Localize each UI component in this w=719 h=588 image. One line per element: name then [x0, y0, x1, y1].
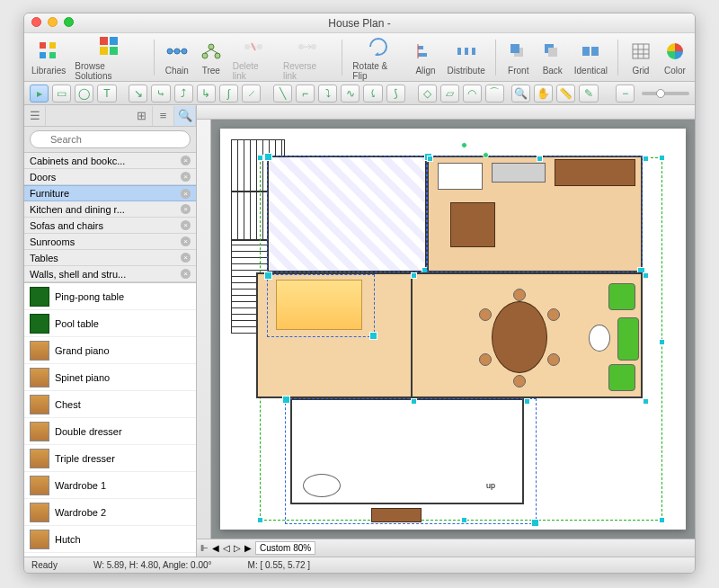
- library-item[interactable]: Double dresser: [24, 418, 196, 445]
- eyedropper-tool[interactable]: ✎: [579, 85, 598, 102]
- table-dining[interactable]: [492, 301, 547, 373]
- chair[interactable]: [547, 353, 560, 366]
- ellipse-tool[interactable]: ◯: [75, 85, 93, 102]
- object-selection[interactable]: [427, 156, 643, 272]
- line-tool-1[interactable]: ╲: [273, 85, 292, 102]
- object-selection[interactable]: [267, 274, 375, 337]
- close-icon[interactable]: ×: [181, 204, 191, 214]
- sofa[interactable]: [617, 317, 639, 361]
- category-item[interactable]: Doors×: [24, 169, 196, 185]
- rect-tool[interactable]: ▭: [52, 85, 71, 102]
- library-item[interactable]: Wardrobe 2: [24, 499, 196, 526]
- zoom-slider[interactable]: [642, 92, 689, 95]
- sidebar-tab-grid[interactable]: ⊞: [131, 106, 153, 126]
- close-icon[interactable]: ×: [181, 172, 191, 182]
- zoom-tool[interactable]: 🔍: [511, 85, 530, 102]
- color-button[interactable]: Color: [661, 39, 689, 76]
- draw-tool-2[interactable]: ▱: [440, 85, 459, 102]
- category-item[interactable]: Tables×: [24, 250, 196, 266]
- zoom-window-button[interactable]: [64, 17, 74, 27]
- armchair[interactable]: [608, 283, 635, 310]
- scroll-button[interactable]: ⊩: [200, 543, 209, 553]
- coffee-table[interactable]: [589, 325, 610, 352]
- libraries-button[interactable]: Libraries: [30, 39, 67, 76]
- drawing-page[interactable]: up: [220, 129, 686, 530]
- object-selection[interactable]: [267, 156, 427, 272]
- canvas-viewport[interactable]: up: [211, 120, 695, 539]
- close-icon[interactable]: ×: [181, 236, 191, 246]
- line-tool-2[interactable]: ⌐: [296, 85, 315, 102]
- close-icon[interactable]: ×: [181, 220, 191, 230]
- category-item[interactable]: Walls, shell and stru...×: [24, 266, 196, 282]
- chain-button[interactable]: Chain: [163, 39, 191, 76]
- category-item-selected[interactable]: Furniture×: [24, 185, 196, 201]
- connector-tool-6[interactable]: ⟋: [242, 85, 261, 102]
- zoom-out-button[interactable]: −: [616, 85, 635, 102]
- floor-plan[interactable]: up: [231, 139, 675, 519]
- page-last-button[interactable]: ▶: [244, 543, 252, 553]
- horizontal-ruler[interactable]: [197, 105, 695, 120]
- library-item[interactable]: Hutch: [24, 526, 196, 553]
- sidebar-tab-outline[interactable]: ☰: [24, 106, 46, 126]
- connector-tool-3[interactable]: ⤴: [174, 85, 193, 102]
- measure-tool[interactable]: 📏: [556, 85, 575, 102]
- close-icon[interactable]: ×: [181, 253, 191, 263]
- grand-piano-icon: [30, 341, 49, 361]
- close-window-button[interactable]: [31, 17, 41, 27]
- library-item[interactable]: Grand piano: [24, 337, 196, 364]
- grid-button[interactable]: Grid: [626, 39, 655, 76]
- titlebar[interactable]: House Plan -: [24, 13, 695, 33]
- close-icon[interactable]: ×: [181, 269, 191, 279]
- chair[interactable]: [513, 375, 526, 388]
- text-tool[interactable]: T: [97, 85, 116, 102]
- chair[interactable]: [479, 353, 492, 366]
- draw-tool-3[interactable]: ◠: [463, 85, 482, 102]
- chair[interactable]: [513, 289, 526, 301]
- page-first-button[interactable]: ◀: [212, 543, 219, 553]
- library-item[interactable]: Wardrobe 1: [24, 472, 196, 499]
- rotate-flip-button[interactable]: Rotate & Flip: [351, 34, 405, 81]
- connector-tool-5[interactable]: ∫: [219, 85, 238, 102]
- library-item[interactable]: Spinet piano: [24, 364, 196, 391]
- distribute-button[interactable]: Distribute: [446, 39, 487, 76]
- browse-solutions-button[interactable]: Browse Solutions: [73, 34, 145, 81]
- hand-tool[interactable]: ✋: [534, 85, 553, 102]
- identical-button[interactable]: Identical: [573, 39, 609, 76]
- sidebar-tab-list[interactable]: ≡: [153, 106, 174, 126]
- tree-button[interactable]: Tree: [197, 39, 226, 76]
- close-icon[interactable]: ×: [181, 189, 191, 199]
- pointer-tool[interactable]: ▸: [30, 85, 49, 102]
- page-next-button[interactable]: ▷: [234, 543, 241, 553]
- library-item[interactable]: Ping-pong table: [24, 283, 196, 310]
- line-tool-3[interactable]: ⤵: [318, 85, 337, 102]
- object-selection[interactable]: [285, 398, 537, 524]
- sidebar-tab-search[interactable]: 🔍: [174, 106, 196, 126]
- chair[interactable]: [479, 308, 492, 321]
- connector-tool-1[interactable]: ↘: [129, 85, 147, 102]
- connector-tool-2[interactable]: ⤷: [151, 85, 170, 102]
- connector-tool-4[interactable]: ↳: [197, 85, 216, 102]
- library-item[interactable]: Triple dresser: [24, 445, 196, 472]
- category-item[interactable]: Sofas and chairs×: [24, 218, 196, 234]
- zoom-display[interactable]: Custom 80%: [255, 541, 315, 555]
- back-button[interactable]: Back: [538, 39, 567, 76]
- category-item[interactable]: Sunrooms×: [24, 234, 196, 250]
- vertical-ruler[interactable]: [197, 120, 211, 539]
- armchair[interactable]: [608, 364, 635, 391]
- line-tool-4[interactable]: ∿: [341, 85, 360, 102]
- line-tool-6[interactable]: ⟆: [386, 85, 405, 102]
- search-input[interactable]: [30, 130, 191, 148]
- page-prev-button[interactable]: ◁: [223, 543, 230, 553]
- library-item[interactable]: Pool table: [24, 310, 196, 337]
- close-icon[interactable]: ×: [181, 156, 191, 165]
- category-item[interactable]: Cabinets and bookc...×: [24, 153, 196, 169]
- library-item[interactable]: Chest: [24, 391, 196, 418]
- line-tool-5[interactable]: ⤹: [363, 85, 382, 102]
- align-button[interactable]: Align: [412, 39, 440, 76]
- draw-tool-4[interactable]: ⌒: [485, 85, 504, 102]
- chair[interactable]: [547, 308, 560, 321]
- minimize-window-button[interactable]: [48, 17, 58, 27]
- front-button[interactable]: Front: [504, 39, 533, 76]
- draw-tool-1[interactable]: ◇: [418, 85, 437, 102]
- category-item[interactable]: Kitchen and dining r...×: [24, 201, 196, 218]
